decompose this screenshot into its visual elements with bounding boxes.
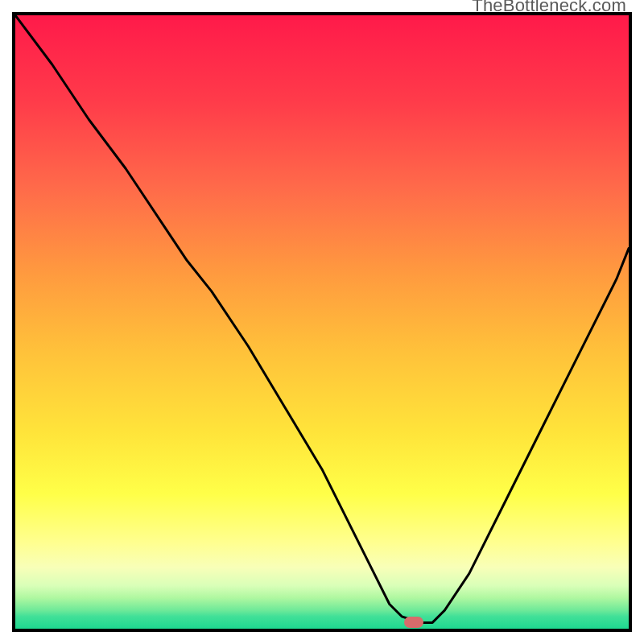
svg-rect-0: [15, 15, 629, 629]
chart-background-gradient: [15, 15, 629, 629]
optimal-point-marker: [404, 617, 423, 628]
chart-frame: [12, 12, 632, 632]
